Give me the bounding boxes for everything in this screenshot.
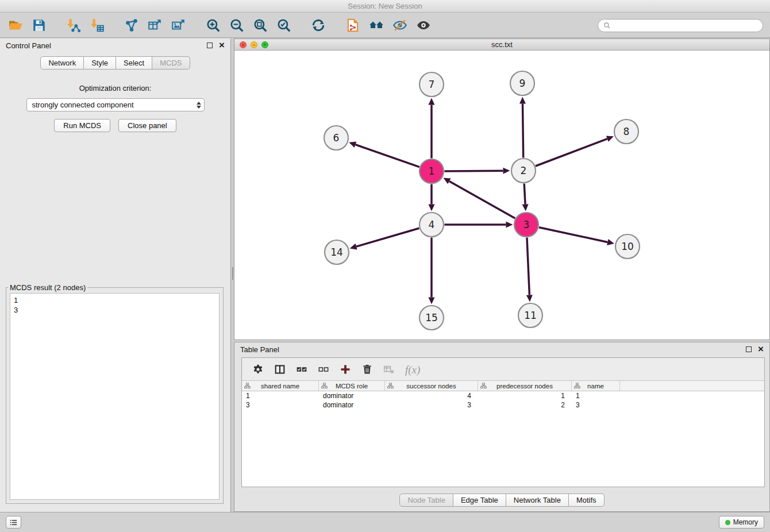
edge-3-11[interactable] bbox=[526, 238, 533, 302]
zoom-out-button[interactable] bbox=[227, 16, 247, 35]
cell-predecessor-nodes[interactable]: 1 bbox=[478, 391, 572, 400]
import-network-button[interactable] bbox=[64, 16, 83, 35]
edge-4-3[interactable] bbox=[445, 222, 513, 228]
apply-layout-button[interactable] bbox=[309, 16, 328, 35]
close-panel-icon[interactable]: × bbox=[219, 43, 225, 48]
export-image-button[interactable] bbox=[169, 16, 188, 35]
cell-shared-name[interactable]: 1 bbox=[242, 391, 319, 400]
table-tab-node-table[interactable]: Node Table bbox=[399, 494, 453, 507]
edge-2-3[interactable] bbox=[522, 184, 529, 211]
column-edit-icon bbox=[244, 383, 251, 389]
edge-1-4[interactable] bbox=[429, 184, 435, 211]
optimization-criterion-label: Optimization criterion: bbox=[0, 84, 230, 92]
edge-3-10[interactable] bbox=[539, 228, 614, 245]
zoom-fit-icon bbox=[253, 18, 268, 33]
node-1[interactable]: 1 bbox=[419, 159, 444, 183]
edge-1-6[interactable] bbox=[349, 142, 419, 167]
column-header-name[interactable]: name bbox=[572, 381, 620, 391]
table-row[interactable]: 3dominator323 bbox=[242, 400, 764, 410]
tab-select[interactable]: Select bbox=[116, 56, 152, 70]
table-tab-motifs[interactable]: Motifs bbox=[569, 494, 605, 507]
search-input[interactable] bbox=[614, 21, 757, 29]
window-maximize-icon[interactable]: + bbox=[261, 41, 268, 48]
node-3[interactable]: 3 bbox=[514, 213, 538, 237]
cell-predecessor-nodes[interactable]: 2 bbox=[478, 400, 572, 410]
open-cyndex-button[interactable] bbox=[343, 16, 363, 35]
deselect-all-rows-button[interactable] bbox=[314, 361, 333, 378]
criterion-selected-value: strongly connected component bbox=[32, 101, 134, 109]
edge-1-2[interactable] bbox=[445, 168, 510, 174]
criterion-select[interactable]: strongly connected component bbox=[26, 98, 205, 111]
node-2[interactable]: 2 bbox=[511, 159, 536, 183]
table-panel: Table Panel × f(x) shared nameMCDS roles… bbox=[234, 342, 770, 512]
table-row[interactable]: 1dominator411 bbox=[242, 391, 764, 400]
column-header-successor-nodes[interactable]: successor nodes bbox=[385, 381, 478, 391]
table-tab-network-table[interactable]: Network Table bbox=[506, 494, 569, 507]
tab-network[interactable]: Network bbox=[40, 56, 84, 70]
show-details-button[interactable] bbox=[414, 16, 433, 35]
float-panel-icon[interactable] bbox=[207, 43, 213, 48]
cell-name[interactable]: 1 bbox=[572, 391, 620, 400]
select-all-rows-button[interactable] bbox=[292, 361, 311, 378]
ndex-home-button[interactable] bbox=[367, 16, 386, 35]
cell-mcds-role[interactable]: dominator bbox=[319, 400, 385, 410]
cell-successor-nodes[interactable]: 3 bbox=[385, 400, 478, 410]
edge-2-8[interactable] bbox=[536, 136, 614, 167]
close-table-panel-icon[interactable]: × bbox=[758, 346, 764, 352]
main-toolbar-buttons bbox=[0, 16, 433, 35]
edge-2-9[interactable] bbox=[519, 97, 526, 158]
window-title: Session: New Session bbox=[348, 2, 422, 10]
edge-1-7[interactable] bbox=[429, 98, 435, 159]
table-settings-button[interactable] bbox=[249, 361, 267, 378]
export-table-button[interactable] bbox=[145, 16, 165, 35]
table-header-row: shared nameMCDS rolesuccessor nodesprede… bbox=[242, 381, 764, 391]
edge-3-1[interactable] bbox=[444, 178, 515, 219]
create-new-column-button[interactable] bbox=[336, 361, 355, 378]
edge-4-15[interactable] bbox=[429, 238, 435, 304]
cell-mcds-role[interactable]: dominator bbox=[319, 391, 385, 400]
edge-4-14[interactable] bbox=[350, 228, 419, 249]
run-mcds-button[interactable]: Run MCDS bbox=[54, 119, 110, 132]
tab-style[interactable]: Style bbox=[84, 56, 116, 70]
show-columns-button[interactable] bbox=[271, 361, 289, 378]
column-header-predecessor-nodes[interactable]: predecessor nodes bbox=[478, 381, 572, 391]
column-header-shared-name[interactable]: shared name bbox=[242, 381, 319, 391]
tab-mcds[interactable]: MCDS bbox=[152, 56, 190, 70]
columns-icon bbox=[274, 364, 286, 375]
zoom-fit-button[interactable] bbox=[251, 16, 270, 35]
column-header-mcds-role[interactable]: MCDS role bbox=[319, 381, 385, 391]
memory-button[interactable]: Memory bbox=[719, 516, 764, 529]
delete-columns-button[interactable] bbox=[358, 361, 376, 378]
node-15[interactable]: 15 bbox=[419, 306, 444, 330]
toggle-details-button[interactable] bbox=[390, 16, 410, 35]
zoom-selected-button[interactable] bbox=[274, 16, 294, 35]
node-11[interactable]: 11 bbox=[518, 303, 542, 327]
cell-successor-nodes[interactable]: 4 bbox=[385, 391, 478, 400]
node-9[interactable]: 9 bbox=[510, 71, 534, 95]
node-7[interactable]: 7 bbox=[419, 72, 444, 97]
close-panel-button[interactable]: Close panel bbox=[118, 119, 176, 132]
window-close-icon[interactable]: x bbox=[240, 41, 247, 48]
eye-slash-icon bbox=[392, 18, 407, 33]
cell-shared-name[interactable]: 3 bbox=[242, 400, 319, 410]
new-network-button[interactable] bbox=[122, 16, 141, 35]
import-table-button[interactable] bbox=[87, 16, 107, 35]
open-session-button[interactable] bbox=[6, 16, 25, 35]
node-14[interactable]: 14 bbox=[325, 240, 349, 264]
node-8[interactable]: 8 bbox=[614, 119, 638, 144]
node-10[interactable]: 10 bbox=[615, 234, 640, 259]
save-session-button[interactable] bbox=[29, 16, 49, 35]
table-delete-icon bbox=[383, 364, 395, 375]
network-canvas[interactable]: 7968124314101511 bbox=[234, 51, 769, 340]
search-field[interactable] bbox=[598, 19, 763, 32]
table-tab-edge-table[interactable]: Edge Table bbox=[453, 494, 506, 507]
mcds-result-list[interactable]: 13 bbox=[10, 293, 220, 500]
zoom-in-button[interactable] bbox=[203, 16, 223, 35]
show-panels-button[interactable] bbox=[6, 516, 21, 529]
node-6[interactable]: 6 bbox=[324, 126, 348, 150]
svg-text:6: 6 bbox=[333, 132, 340, 144]
node-4[interactable]: 4 bbox=[419, 213, 444, 237]
float-table-panel-icon[interactable] bbox=[746, 346, 752, 352]
cell-name[interactable]: 3 bbox=[572, 400, 620, 410]
window-minimize-icon[interactable]: – bbox=[251, 41, 257, 48]
